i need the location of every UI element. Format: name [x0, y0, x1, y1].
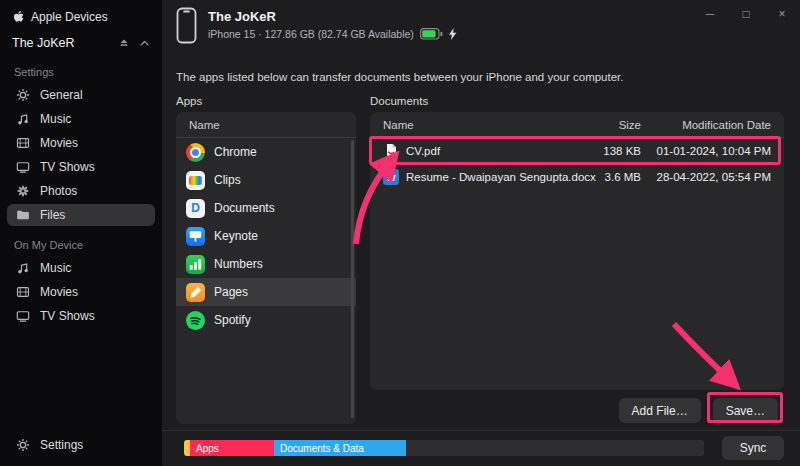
app-name: Numbers	[214, 257, 263, 271]
apps-scrollbar[interactable]	[351, 140, 354, 418]
sidebar-item-music[interactable]: Music	[7, 108, 155, 130]
film-icon	[15, 285, 31, 299]
window-controls: ─ □ ×	[692, 0, 800, 28]
sidebar-item-tv-shows[interactable]: TV Shows	[7, 156, 155, 178]
doc-size: 3.6 MB	[585, 171, 641, 183]
chrome-app-icon	[186, 143, 205, 162]
apps-name-header: Name	[189, 119, 220, 131]
clips-camera-shape	[189, 176, 202, 185]
app-name: Pages	[214, 285, 248, 299]
sidebar-item-general[interactable]: General	[7, 84, 155, 106]
tv-icon	[15, 160, 31, 174]
app-row-spotify[interactable]: Spotify	[176, 306, 356, 334]
app-name: Chrome	[214, 145, 257, 159]
save-button[interactable]: Save…	[713, 398, 778, 423]
close-icon: ×	[778, 7, 785, 21]
sidebar-settings-button[interactable]: Settings	[0, 426, 162, 466]
apple-logo-icon	[12, 10, 24, 24]
sidebar-item-device-tv-shows[interactable]: TV Shows	[7, 305, 155, 327]
numbers-app-icon	[186, 255, 205, 274]
sidebar-item-files[interactable]: Files	[7, 204, 155, 226]
documents-table-header: Name Size Modification Date	[370, 112, 784, 138]
storage-apps-label: Apps	[196, 443, 219, 454]
battery-icon	[420, 28, 443, 40]
sidebar-footer-label: Settings	[40, 438, 83, 452]
iphone-icon	[176, 7, 197, 44]
doc-row-resume-docx[interactable]: W Resume - Dwaipayan Sengupta.docx 3.6 M…	[370, 164, 784, 190]
doc-name: CV.pdf	[406, 145, 440, 157]
word-file-icon: W	[383, 169, 399, 185]
device-name: The JoKeR	[12, 36, 109, 50]
folder-icon	[15, 208, 31, 222]
documents-size-header: Size	[585, 119, 641, 131]
sidebar-item-device-movies[interactable]: Movies	[7, 281, 155, 303]
pdf-file-icon	[383, 143, 399, 159]
documents-name-header: Name	[383, 119, 573, 131]
chrome-center-dot	[192, 149, 199, 156]
main-content: ─ □ × The JoKeR iPhone 15 · 127.86 GB (8…	[162, 0, 800, 466]
sidebar-item-photos[interactable]: Photos	[7, 180, 155, 202]
chevron-up-icon[interactable]	[139, 38, 150, 49]
sidebar-item-label: Music	[40, 112, 71, 126]
close-button[interactable]: ×	[764, 0, 800, 28]
sidebar-item-label: Movies	[40, 136, 78, 150]
app-name: Spotify	[214, 313, 251, 327]
sidebar-section-settings: Settings	[0, 54, 162, 83]
device-subtitle: iPhone 15 · 127.86 GB (82.74 GB Availabl…	[208, 28, 414, 40]
app-row-numbers[interactable]: Numbers	[176, 250, 356, 278]
app-titlebar: Apple Devices	[0, 0, 162, 26]
documents-date-header: Modification Date	[653, 119, 771, 131]
doc-row-cv-pdf[interactable]: CV.pdf 138 KB 01-01-2024, 10:04 PM	[370, 138, 784, 164]
doc-name: Resume - Dwaipayan Sengupta.docx	[406, 171, 596, 183]
documents-glyph: D	[191, 201, 200, 215]
storage-documents-label: Documents & Data	[280, 443, 364, 454]
app-row-clips[interactable]: Clips	[176, 166, 356, 194]
storage-usage-bar: Apps Documents & Data	[184, 440, 704, 456]
bottom-divider	[162, 430, 800, 431]
apps-panel: Name Chrome Clips D Documents Keynote Nu…	[176, 112, 356, 424]
charging-bolt-icon	[449, 28, 457, 40]
app-row-pages[interactable]: Pages	[176, 278, 356, 306]
sidebar-item-device-music[interactable]: Music	[7, 257, 155, 279]
app-name: Keynote	[214, 229, 258, 243]
film-icon	[15, 136, 31, 150]
apps-panel-title: Apps	[176, 95, 202, 107]
storage-segment-apps: Apps	[190, 440, 274, 456]
sidebar-item-movies[interactable]: Movies	[7, 132, 155, 154]
keynote-app-icon	[186, 227, 205, 246]
device-title: The JoKeR	[208, 9, 457, 24]
transfer-description: The apps listed below can transfer docum…	[176, 71, 623, 83]
apps-table-header: Name	[176, 112, 356, 138]
doc-date: 01-01-2024, 10:04 PM	[653, 145, 771, 157]
sidebar-item-label: TV Shows	[40, 160, 95, 174]
gear-icon	[15, 438, 31, 452]
clips-app-icon	[186, 171, 205, 190]
pages-app-icon	[186, 283, 205, 302]
add-file-button[interactable]: Add File…	[619, 398, 701, 423]
minimize-button[interactable]: ─	[692, 0, 728, 28]
sidebar-item-label: Music	[40, 261, 71, 275]
sidebar-item-label: Files	[40, 208, 65, 222]
documents-panel: Name Size Modification Date CV.pdf 138 K…	[370, 112, 784, 390]
app-row-documents[interactable]: D Documents	[176, 194, 356, 222]
app-row-chrome[interactable]: Chrome	[176, 138, 356, 166]
device-header: The JoKeR iPhone 15 · 127.86 GB (82.74 G…	[176, 7, 457, 44]
spotify-app-icon	[186, 311, 205, 330]
maximize-button[interactable]: □	[728, 0, 764, 28]
maximize-icon: □	[742, 7, 749, 21]
app-row-keynote[interactable]: Keynote	[176, 222, 356, 250]
eject-icon[interactable]	[118, 37, 130, 49]
app-name: Documents	[214, 201, 275, 215]
documents-app-icon: D	[186, 199, 205, 218]
sidebar-device-row[interactable]: The JoKeR	[0, 26, 162, 54]
music-note-icon	[15, 261, 31, 275]
app-title: Apple Devices	[31, 10, 108, 24]
app-name: Clips	[214, 173, 241, 187]
word-glyph: W	[387, 172, 396, 183]
storage-segment-free	[406, 440, 704, 456]
tv-icon	[15, 309, 31, 323]
documents-actions: Add File… Save…	[370, 398, 784, 423]
documents-panel-title: Documents	[370, 95, 428, 107]
storage-segment-documents: Documents & Data	[274, 440, 406, 456]
sync-button[interactable]: Sync	[722, 436, 784, 460]
